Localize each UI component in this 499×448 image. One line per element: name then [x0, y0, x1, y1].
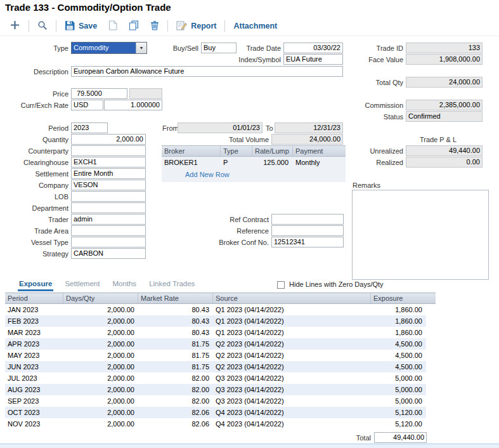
strategy-field[interactable]: CARBON — [71, 248, 146, 259]
col-header-exposure[interactable]: Exposure — [371, 293, 436, 303]
lob-field[interactable] — [71, 191, 146, 202]
exposure-cell: 5,120.00 — [371, 418, 426, 430]
trade-area-field[interactable] — [71, 225, 146, 236]
company-label: Company — [5, 180, 68, 191]
price-field[interactable]: 79.5000 — [71, 88, 127, 99]
chevron-down-icon[interactable]: ▼ — [136, 43, 146, 53]
report-button[interactable]: Report — [171, 18, 222, 34]
broker-col-header: Broker — [162, 146, 221, 156]
exposure-table-header: Period Days/Qty Market Rate Source Expos… — [5, 293, 436, 304]
save-icon — [65, 20, 75, 32]
col-header-market-rate[interactable]: Market Rate — [138, 293, 213, 303]
total-qty-label: Total Qty — [317, 77, 403, 88]
period-field[interactable]: 2023 — [71, 122, 108, 133]
total-label: Total — [292, 433, 371, 444]
search-button[interactable] — [32, 18, 53, 34]
attachment-label: Attachment — [233, 22, 277, 30]
plus-icon — [10, 20, 20, 32]
exposure-row[interactable]: JUN 20232,000.0081.75Q2 2023 (04/14/2022… — [5, 361, 426, 372]
quantity-label: Quantity — [5, 135, 68, 145]
settlement-field[interactable]: Entire Month — [71, 168, 146, 179]
trader-field[interactable]: admin — [71, 214, 146, 225]
department-label: Department — [5, 203, 68, 214]
col-header-days-qty[interactable]: Days/Qty — [63, 293, 138, 303]
attachment-button[interactable]: Attachment — [228, 20, 283, 32]
save-label: Save — [79, 22, 97, 30]
exposure-row[interactable]: APR 20232,000.0081.75Q2 2023 (04/14/2022… — [5, 338, 426, 350]
trader-label: Trader — [5, 214, 68, 225]
broker-col-header: Payment — [293, 146, 346, 156]
exposure-cell: Q2 2023 (04/14/2022) — [213, 350, 371, 361]
unrealized-field: 49,440.00 — [406, 145, 483, 156]
exposure-row[interactable]: OCT 20232,000.0082.06Q4 2023 (04/14/2022… — [5, 407, 426, 418]
exposure-row[interactable]: AUG 20232,000.0082.00Q3 2023 (04/14/2022… — [5, 384, 426, 395]
exposure-cell: 2,000.00 — [63, 338, 138, 350]
curr-exch-rate-label: Curr/Exch Rate — [5, 100, 68, 111]
commission-field: 2,385,000.00 — [406, 100, 483, 110]
vessel-type-field[interactable] — [71, 237, 146, 247]
col-header-period[interactable]: Period — [5, 293, 63, 303]
ref-contract-field[interactable] — [271, 214, 344, 225]
remarks-textarea[interactable] — [352, 190, 489, 280]
exposure-row[interactable]: NOV 20232,000.0082.06Q4 2023 (04/14/2022… — [5, 418, 426, 430]
exposure-cell: Q4 2023 (04/14/2022) — [213, 418, 371, 430]
exposure-cell: NOV 2023 — [5, 418, 63, 430]
copy-button[interactable] — [123, 18, 145, 34]
tab-settlement[interactable]: Settlement — [63, 279, 101, 291]
face-value-field: 1,908,000.00 — [406, 54, 483, 65]
currency-field[interactable]: USD — [71, 100, 103, 110]
lob-label: LOB — [5, 192, 68, 202]
company-field[interactable]: VESON — [71, 180, 146, 190]
exposure-cell: Q3 2023 (04/14/2022) — [213, 384, 371, 395]
exposure-row[interactable]: JAN 20232,000.0080.43Q1 2023 (04/14/2022… — [5, 304, 426, 315]
trade-id-field: 133 — [406, 43, 483, 53]
hide-zero-checkbox[interactable] — [277, 281, 285, 289]
exposure-row[interactable]: JUL 20232,000.0082.00Q3 2023 (04/14/2022… — [5, 372, 426, 384]
department-field[interactable] — [71, 202, 146, 213]
trade-area-label: Trade Area — [5, 226, 68, 237]
reference-field[interactable] — [271, 225, 344, 236]
quantity-field[interactable]: 2,000.00 — [71, 134, 146, 145]
exch-rate-field[interactable]: 1.000000 — [104, 100, 162, 110]
tab-exposure[interactable]: Exposure — [18, 279, 53, 291]
delete-button[interactable] — [145, 18, 165, 34]
trade-window: Trade 133 - Commodity/Option Trade Save … — [0, 0, 499, 448]
index-symbol-label: Index/Symbol — [216, 55, 281, 65]
col-header-source[interactable]: Source — [213, 293, 371, 303]
exposure-row[interactable]: MAY 20232,000.0081.75Q2 2023 (04/14/2022… — [5, 350, 426, 361]
exposure-cell: 1,860.00 — [371, 315, 426, 327]
exposure-row[interactable]: FEB 20232,000.0080.43Q1 2023 (04/14/2022… — [5, 315, 426, 327]
hide-zero-checkbox-label: Hide Lines with Zero Days/Qty — [289, 280, 384, 288]
toolbar-divider — [29, 20, 29, 32]
new-button[interactable] — [4, 18, 26, 34]
type-select[interactable]: Commodity ▼ — [71, 42, 147, 54]
clearinghouse-field[interactable]: EXCH1 — [71, 157, 146, 168]
description-field[interactable]: European Carbon Allowance Future — [71, 66, 343, 77]
period-label: Period — [5, 123, 68, 134]
exposure-cell: JAN 2023 — [5, 304, 63, 315]
exposure-row[interactable]: MAR 20232,000.0080.43Q1 2023 (04/14/2022… — [5, 327, 426, 338]
toolbar-rule — [0, 36, 499, 36]
broker-cell-type: P — [221, 157, 252, 168]
trade-date-label: Trade Date — [226, 43, 281, 54]
exposure-cell: MAR 2023 — [5, 327, 63, 338]
exposure-cell: 2,000.00 — [63, 327, 138, 338]
clearinghouse-label: Clearinghouse — [5, 157, 68, 168]
exposure-cell: 5,120.00 — [371, 407, 426, 418]
save-button[interactable]: Save — [59, 18, 103, 34]
exposure-cell: JUN 2023 — [5, 361, 63, 372]
to-label: To — [266, 123, 275, 134]
exposure-row[interactable]: SEP 20232,000.0082.00Q3 2023 (04/14/2022… — [5, 395, 426, 407]
new-document-button[interactable] — [103, 18, 123, 34]
tab-months[interactable]: Months — [111, 279, 138, 291]
counterparty-field[interactable] — [71, 145, 146, 156]
tab-linked-trades[interactable]: Linked Trades — [148, 279, 196, 291]
exposure-cell: 2,000.00 — [63, 418, 138, 430]
add-new-row-link[interactable]: Add New Row — [185, 171, 230, 178]
tab-bar: Exposure Settlement Months Linked Trades — [18, 278, 196, 291]
total-qty-field: 24,000.00 — [406, 77, 483, 88]
description-label: Description — [5, 67, 68, 77]
exposure-cell: 5,000.00 — [371, 395, 426, 407]
broker-conf-no-field[interactable]: 12512341 — [271, 237, 344, 247]
exposure-cell: 1,860.00 — [371, 327, 426, 338]
